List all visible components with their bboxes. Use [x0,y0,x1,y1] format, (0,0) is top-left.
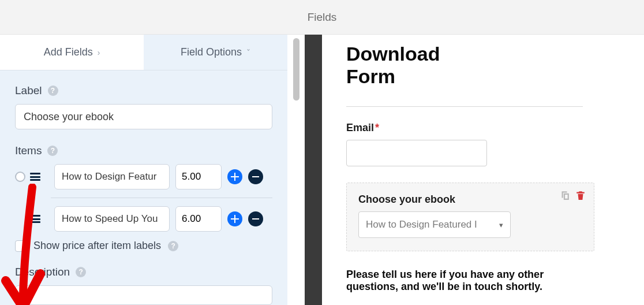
svg-rect-1 [252,218,259,220]
help-icon[interactable]: ? [76,267,86,277]
chevron-right-icon: › [98,48,100,57]
form-note: Please tell us here if you have any othe… [346,269,589,293]
required-asterisk: * [375,122,379,133]
page-title: Fields [308,11,337,24]
remove-item-button[interactable] [248,169,263,184]
trash-icon[interactable] [575,190,586,200]
item-price-input[interactable] [175,164,222,189]
duplicate-icon[interactable] [559,190,570,200]
ebook-select[interactable]: How to Design Featured I ▾ [358,211,511,238]
items-section-heading: Items [15,144,42,157]
description-section-heading: Description [15,266,70,278]
canvas-gutter [305,35,322,305]
label-section-heading: Label [15,84,42,97]
tab-add-fields[interactable]: Add Fields › [0,35,144,70]
remove-item-button[interactable] [248,211,263,226]
ebook-field-block[interactable]: Choose your ebook How to Design Featured… [346,183,594,251]
help-icon[interactable]: ? [168,241,178,251]
ebook-select-value: How to Design Featured I [366,219,477,230]
item-row [15,164,272,189]
form-title-line2: Form [346,65,620,88]
divider [346,106,583,107]
tab-add-fields-label: Add Fields [44,46,93,58]
item-name-input[interactable] [54,206,170,232]
label-input[interactable] [15,104,272,129]
item-price-input[interactable] [175,206,222,232]
item-name-input[interactable] [54,164,170,189]
item-row [15,206,272,232]
form-preview: Download Form Email* Choose your ebook H… [322,35,644,305]
svg-rect-0 [252,176,259,177]
show-price-label: Show price after item labels [33,240,161,252]
help-icon[interactable]: ? [48,85,58,96]
help-icon[interactable]: ? [47,146,58,156]
tab-field-options-label: Field Options [181,46,242,58]
chevron-down-icon: ˅ [246,48,250,57]
drag-handle-icon[interactable] [30,215,40,223]
show-price-checkbox[interactable] [15,240,27,252]
item-separator [51,198,272,198]
form-title-line1: Download [346,43,620,65]
add-item-button[interactable] [227,169,242,184]
scrollbar-thumb[interactable] [293,38,299,101]
email-label: Email [346,122,374,133]
chevron-down-icon: ▾ [499,221,503,229]
email-field[interactable] [346,140,487,166]
tab-field-options[interactable]: Field Options ˅ [144,35,287,70]
description-input[interactable] [15,285,272,305]
add-item-button[interactable] [227,211,242,226]
drag-handle-icon[interactable] [30,173,40,181]
ebook-field-label: Choose your ebook [358,194,455,205]
default-radio[interactable] [15,172,25,182]
